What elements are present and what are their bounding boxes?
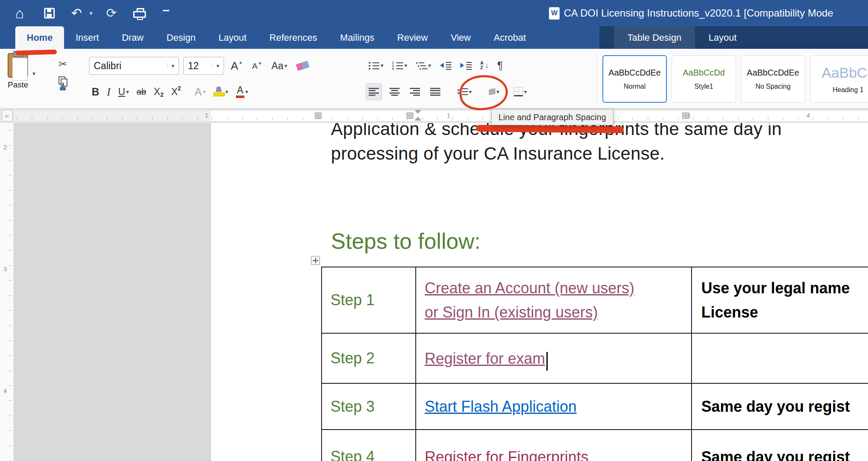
strikethrough-button[interactable]: ab	[134, 83, 148, 100]
paste-button[interactable]: Paste	[8, 53, 28, 90]
horizontal-ruler[interactable]: ⌐ 1 1 2 3 4	[0, 109, 868, 123]
ruler-ticks	[9, 123, 12, 461]
justify-button[interactable]	[428, 83, 443, 100]
font-family-combobox[interactable]: Calibri ▾	[89, 57, 179, 75]
tab-layout[interactable]: Layout	[207, 26, 258, 49]
chevron-down-icon[interactable]: ▾	[212, 62, 219, 69]
redo-button[interactable]: ⟳	[106, 7, 117, 20]
subscript-button[interactable]: X 2	[151, 83, 166, 100]
tab-table-layout[interactable]: Layout	[695, 26, 750, 49]
tab-acrobat[interactable]: Acrobat	[482, 26, 538, 49]
increase-indent-button[interactable]	[457, 57, 474, 74]
align-center-button[interactable]	[387, 83, 402, 100]
style-card-normal[interactable]: AaBbCcDdEe Normal	[602, 55, 667, 103]
font-color-button[interactable]: A ▾	[233, 83, 251, 100]
table-column-marker[interactable]	[682, 112, 689, 119]
print-button[interactable]	[133, 8, 146, 18]
hanging-indent-marker[interactable]	[414, 117, 421, 121]
underline-button[interactable]: U ▾	[115, 83, 132, 100]
chevron-down-icon[interactable]: ▾	[245, 88, 248, 95]
style-card-style1[interactable]: AaBbCcDd Style1	[672, 55, 736, 103]
text-effects-button[interactable]: A ▾	[192, 83, 208, 100]
link-cell: Register for Fingerprints	[415, 430, 691, 461]
italic-button[interactable]: I	[104, 83, 113, 100]
cut-button[interactable]: ✂	[59, 58, 67, 70]
style-preview: AaBbCcDdEe	[608, 68, 661, 78]
save-button[interactable]	[44, 8, 55, 19]
step-cell[interactable]: Step 1	[321, 267, 415, 333]
chevron-down-icon[interactable]: ▾	[203, 88, 206, 95]
tab-home[interactable]: Home	[15, 26, 64, 49]
decrease-indent-button[interactable]	[437, 57, 454, 74]
table-column-marker[interactable]	[315, 112, 322, 119]
chevron-down-icon[interactable]: ▾	[428, 62, 431, 69]
table-column-marker[interactable]	[406, 112, 413, 119]
highlight-color-button[interactable]: ▾	[211, 83, 231, 100]
table-row: Step 2 Register for exam	[321, 334, 868, 384]
home-icon[interactable]: ⌂	[15, 6, 24, 20]
tab-review[interactable]: Review	[386, 26, 439, 49]
undo-button[interactable]: ↶	[71, 7, 82, 20]
grow-font-button[interactable]: A ▲	[228, 57, 245, 74]
clipboard-group: Paste ▾	[8, 53, 36, 90]
align-left-icon	[369, 88, 379, 96]
align-left-button[interactable]	[366, 83, 382, 100]
font-size-combobox[interactable]: 12 ▾	[183, 57, 224, 75]
superscript-button[interactable]: X 2	[168, 83, 183, 100]
pilcrow-icon: ¶	[497, 59, 503, 72]
step-cell[interactable]: Step 3	[321, 384, 415, 429]
borders-button[interactable]: ▾	[511, 83, 529, 100]
multilevel-list-button[interactable]: ▾	[413, 57, 434, 74]
tab-selector[interactable]: ⌐	[2, 110, 13, 121]
tab-table-design[interactable]: Table Design	[614, 26, 695, 49]
tab-draw[interactable]: Draw	[110, 26, 155, 49]
change-case-button[interactable]: Aa ▾	[269, 57, 290, 74]
shrink-arrow-icon: ▼	[258, 61, 262, 66]
style-card-no-spacing[interactable]: AaBbCcDdEe No Spacing	[741, 55, 805, 103]
hyperlink-start-flash-application[interactable]: Start Flash Application	[425, 394, 577, 419]
hyperlink-register-fingerprints[interactable]: Register for Fingerprints	[425, 445, 588, 461]
chevron-down-icon[interactable]: ▾	[524, 88, 527, 95]
clear-formatting-button[interactable]	[294, 57, 311, 74]
tab-insert[interactable]: Insert	[64, 26, 110, 49]
numbering-button[interactable]: ▾	[389, 57, 410, 74]
note-cell[interactable]: Same day you regist	[691, 430, 868, 461]
tab-view[interactable]: View	[439, 26, 482, 49]
tab-references[interactable]: References	[258, 26, 329, 49]
vertical-ruler[interactable]: 2 3 4	[0, 123, 14, 461]
paste-clipboard-icon	[8, 53, 28, 78]
table-move-handle[interactable]	[311, 256, 320, 265]
bold-button[interactable]: B	[89, 83, 102, 100]
chevron-down-icon[interactable]: ▾	[225, 88, 228, 95]
tab-design[interactable]: Design	[155, 26, 207, 49]
note-cell[interactable]	[691, 334, 868, 383]
note-cell[interactable]: Use your legal name License	[691, 267, 868, 333]
bullets-button[interactable]: ▾	[366, 57, 386, 74]
tab-mailings[interactable]: Mailings	[329, 26, 386, 49]
style-card-heading1[interactable]: AaBbCc Heading 1	[810, 55, 868, 103]
note-cell[interactable]: Same day you regist	[691, 384, 868, 429]
align-right-button[interactable]	[407, 83, 423, 100]
chevron-down-icon[interactable]: ▾	[381, 62, 384, 69]
section-heading[interactable]: Steps to follow:	[331, 228, 481, 254]
first-line-indent-marker[interactable]	[414, 110, 421, 114]
chevron-down-icon[interactable]: ▾	[284, 62, 287, 69]
undo-dropdown-icon[interactable]: ▾	[90, 10, 92, 17]
show-paragraph-marks-button[interactable]: ¶	[495, 57, 505, 74]
hyperlink-create-account[interactable]: Create an Account (new users) or Sign In…	[425, 276, 634, 324]
sort-button[interactable]: AZ ↓	[478, 57, 491, 74]
chevron-down-icon[interactable]: ▾	[167, 62, 174, 69]
shrink-font-button[interactable]: A ▼	[249, 57, 265, 74]
steps-table[interactable]: Step 1 Create an Account (new users) or …	[321, 267, 868, 461]
text-cursor	[546, 352, 548, 371]
chevron-down-icon[interactable]: ▾	[126, 88, 129, 95]
paste-dropdown-icon[interactable]: ▾	[33, 70, 36, 77]
document-page[interactable]: Application & schedule your fingerprints…	[211, 123, 868, 461]
step-cell[interactable]: Step 4	[321, 430, 415, 461]
styles-gallery: AaBbCcDdEe Normal AaBbCcDd Style1 AaBbCc…	[602, 55, 868, 103]
step-cell[interactable]: Step 2	[321, 334, 415, 383]
chevron-down-icon[interactable]: ▾	[404, 62, 407, 69]
customize-toolbar-button[interactable]: ⌄	[163, 10, 169, 17]
paragraph-line2[interactable]: processing of your CA Insurance License.	[331, 143, 665, 164]
hyperlink-register-exam[interactable]: Register for exam	[425, 346, 545, 371]
